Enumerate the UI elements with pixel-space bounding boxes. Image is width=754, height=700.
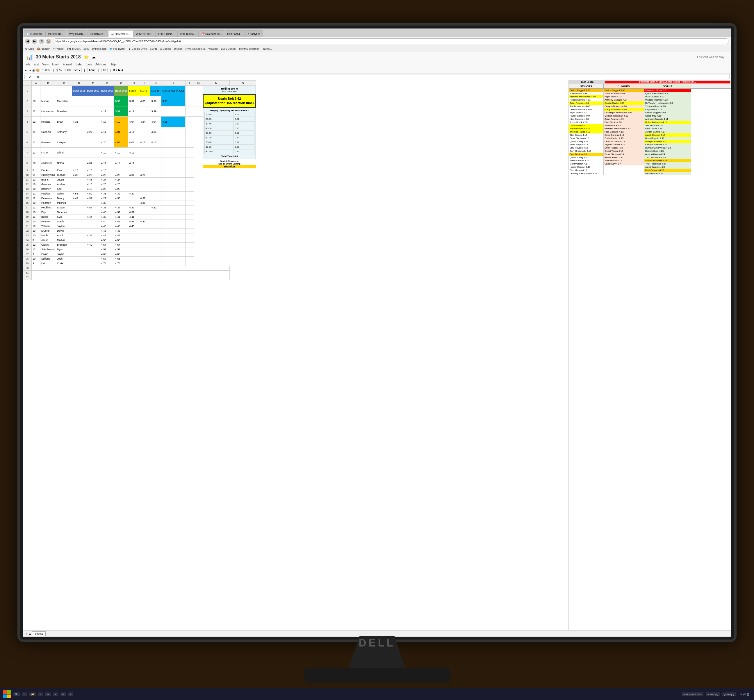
cell-a1[interactable] bbox=[32, 86, 41, 96]
cell-f1[interactable]: BEST 2017 bbox=[100, 86, 114, 96]
tab-coach-why[interactable]: Why Coach... bbox=[67, 30, 88, 37]
cell-k2[interactable]: 3.91 bbox=[161, 96, 186, 106]
cell-i1[interactable]: MAR 1 bbox=[139, 86, 150, 96]
zoom-input[interactable]: 100% bbox=[41, 68, 51, 72]
bookmark-google[interactable]: G Google bbox=[160, 47, 171, 50]
taskbar-doc-3[interactable]: gridley.jpg bbox=[722, 692, 736, 696]
col-l-header[interactable]: L bbox=[186, 81, 194, 86]
tab-winter[interactable]: WINTER SP... bbox=[133, 30, 155, 37]
format-select[interactable]: 123 ▾ bbox=[72, 68, 82, 72]
menu-edit[interactable]: Edit bbox=[34, 63, 39, 66]
tab-tfc-tampa[interactable]: TFC-Tampa... bbox=[177, 30, 199, 37]
tab-calendar[interactable]: 📅 Calendar 20... bbox=[199, 30, 224, 37]
col-m-header[interactable]: M bbox=[194, 81, 203, 86]
bookmark-drudge[interactable]: Drudge bbox=[174, 47, 183, 50]
bookmark-pntwitter[interactable]: 🐦 PN Twitter bbox=[110, 47, 125, 50]
cell-m1[interactable] bbox=[194, 86, 203, 96]
col-c-header[interactable]: C bbox=[56, 81, 72, 86]
percent-btn[interactable]: % bbox=[59, 69, 62, 72]
menu-tools[interactable]: Tools bbox=[85, 63, 92, 66]
menu-view[interactable]: View bbox=[42, 63, 48, 66]
redo-icon[interactable]: ↪ bbox=[28, 69, 31, 72]
cell-c1[interactable] bbox=[56, 86, 72, 96]
cell-b1[interactable] bbox=[41, 86, 56, 96]
cell-g2[interactable]: 3.98 bbox=[114, 96, 128, 106]
sheet-list-button[interactable]: ≡ bbox=[28, 631, 31, 636]
col-b-header[interactable]: B bbox=[41, 81, 56, 86]
tab-spreadsheet[interactable]: 📊 30 Meter St... bbox=[108, 30, 133, 37]
bookmark-franklin[interactable]: Frankli... bbox=[262, 47, 272, 50]
add-sheet-button[interactable]: + bbox=[25, 631, 27, 636]
taskbar-outlook[interactable]: ✉ bbox=[61, 692, 66, 696]
cell-j2[interactable]: 3.99 bbox=[150, 96, 161, 106]
font-select[interactable]: Arial bbox=[87, 68, 96, 72]
menu-format[interactable]: Format bbox=[63, 63, 72, 66]
col-a-header[interactable]: A bbox=[32, 81, 41, 86]
cell-h1[interactable]: FEB 8 bbox=[128, 86, 139, 96]
currency-btn[interactable]: $ bbox=[56, 69, 58, 72]
cell-k1[interactable]: May 15 was on curve bbox=[161, 86, 186, 96]
cell-m2[interactable] bbox=[194, 96, 203, 106]
back-button[interactable]: ◀ bbox=[25, 39, 30, 44]
cell-g1[interactable]: BEST 2018 bbox=[114, 86, 128, 96]
bookmark-amazon[interactable]: 📦 Amazon bbox=[37, 47, 50, 50]
menu-addons[interactable]: Add-ons bbox=[95, 63, 106, 66]
col-g-header[interactable]: G bbox=[114, 81, 128, 86]
italic-btn[interactable]: I bbox=[116, 69, 117, 72]
bookmark-2000[interactable]: 2000 bbox=[83, 47, 89, 50]
menu-file[interactable]: File bbox=[26, 63, 30, 66]
tab-analytics[interactable]: e Analytics bbox=[245, 30, 263, 37]
paint-icon[interactable]: 🎨 bbox=[36, 69, 39, 72]
menu-data[interactable]: Data bbox=[76, 63, 82, 66]
refresh-button[interactable]: ↻ bbox=[39, 39, 44, 44]
taskbar-cortana[interactable]: ○ bbox=[22, 692, 27, 696]
cell-c2[interactable]: Marcellus bbox=[56, 96, 72, 106]
tab-tfc-chi[interactable]: TFC-8 (Chic... bbox=[155, 30, 177, 37]
cell-b2[interactable]: Moore bbox=[41, 96, 56, 106]
bookmark-pntrackcom[interactable]: pntrack.com bbox=[92, 47, 106, 50]
cell-e1[interactable]: BEST 2016 bbox=[86, 86, 100, 96]
bookmark-apps[interactable]: ⚙ Apps bbox=[25, 47, 34, 50]
cell-l2[interactable] bbox=[186, 96, 194, 106]
bookmark-nws[interactable]: NWS Chicago, IL bbox=[186, 47, 206, 50]
col-f-header[interactable]: F bbox=[100, 81, 114, 86]
windows-start-button[interactable] bbox=[3, 690, 11, 698]
col-n-header[interactable]: N bbox=[203, 81, 230, 86]
col-k-header[interactable]: K bbox=[161, 81, 186, 86]
sheet-tab-main[interactable]: Sheet1 bbox=[32, 631, 45, 636]
cell-l1[interactable] bbox=[186, 86, 194, 96]
taskbar-doc-2[interactable]: hollers.jpg bbox=[706, 692, 720, 696]
taskbar-edge[interactable]: e bbox=[38, 692, 43, 696]
tab-1[interactable]: 📧 (1 unread) bbox=[24, 30, 45, 37]
cell-i2[interactable]: 4.05 bbox=[139, 96, 150, 106]
print-icon[interactable]: 🖨 bbox=[32, 69, 35, 72]
col-i-header[interactable]: I bbox=[139, 81, 150, 86]
bookmark-pntrack[interactable]: PN-TRACK bbox=[67, 47, 81, 50]
bookmark-weather[interactable]: Weather bbox=[208, 47, 218, 50]
col-d-header[interactable]: D bbox=[72, 81, 86, 86]
tab-edit-post[interactable]: Edit Post 4... bbox=[225, 30, 245, 37]
col-j-header[interactable]: J bbox=[150, 81, 161, 86]
bookmark-espn[interactable]: ESPN bbox=[150, 47, 157, 50]
taskbar-doc-1[interactable]: Split squat 2.docx bbox=[682, 692, 703, 696]
cell-j1[interactable]: MAY 15 bbox=[150, 86, 161, 96]
taskbar-excel[interactable]: X bbox=[53, 692, 58, 696]
tab-2[interactable]: (*) CDS Tra... bbox=[45, 30, 66, 37]
home-button[interactable]: 🏠 bbox=[46, 39, 51, 44]
menu-insert[interactable]: Insert bbox=[52, 63, 59, 66]
forward-button[interactable]: ▶ bbox=[32, 39, 37, 44]
tab-search[interactable]: Search res... bbox=[88, 30, 108, 37]
url-input[interactable]: https://docs.google.com/spreadsheets/d/1… bbox=[53, 38, 729, 44]
undo-icon[interactable]: ↩ bbox=[25, 69, 27, 72]
cell-f2[interactable] bbox=[100, 96, 114, 106]
cell-a2[interactable]: 10 bbox=[32, 96, 41, 106]
bookmark-gdrive[interactable]: ▲ Google Drive bbox=[128, 47, 147, 50]
col-e-header[interactable]: E bbox=[86, 81, 100, 86]
taskbar-search[interactable]: 🔍 bbox=[13, 692, 20, 696]
taskbar-ie[interactable]: e bbox=[68, 692, 73, 696]
cell-d2[interactable] bbox=[72, 96, 86, 106]
decimal2-btn[interactable]: .00 bbox=[67, 69, 70, 72]
formula-input[interactable] bbox=[41, 74, 730, 80]
menu-help[interactable]: Help bbox=[110, 63, 116, 66]
col-o-header[interactable]: O bbox=[230, 81, 256, 86]
